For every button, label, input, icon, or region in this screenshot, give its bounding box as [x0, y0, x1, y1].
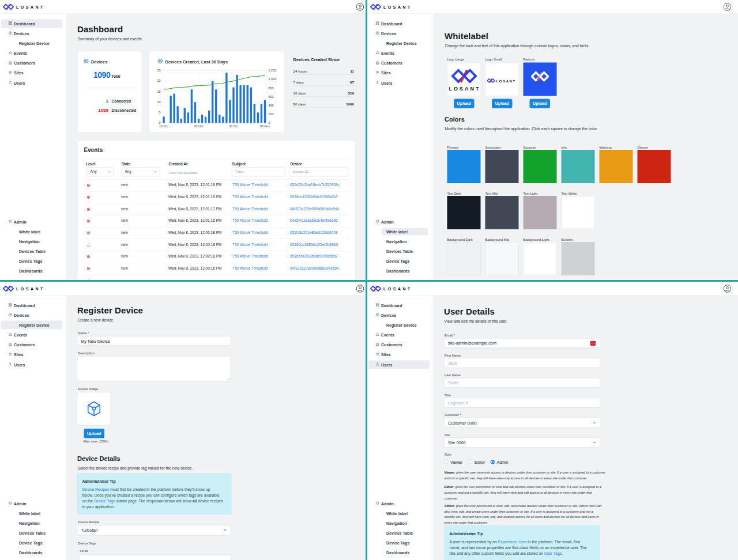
svg-text:20 Oct: 20 Oct — [194, 124, 204, 128]
svg-text:1,200: 1,200 — [269, 69, 277, 72]
svg-text:200: 200 — [269, 112, 274, 116]
svg-text:08 Nov: 08 Nov — [260, 124, 270, 128]
svg-text:15: 15 — [157, 90, 160, 93]
svg-text:20: 20 — [157, 79, 160, 82]
svg-text:1,000: 1,000 — [269, 77, 277, 81]
svg-text:25: 25 — [157, 69, 160, 72]
svg-text:10: 10 — [157, 100, 160, 104]
svg-text:800: 800 — [269, 86, 274, 90]
svg-text:30 Oct: 30 Oct — [229, 124, 239, 128]
svg-text:10 Oct: 10 Oct — [159, 124, 169, 128]
svg-text:5: 5 — [159, 111, 160, 114]
svg-text:400: 400 — [269, 104, 274, 107]
svg-text:600: 600 — [269, 95, 274, 99]
